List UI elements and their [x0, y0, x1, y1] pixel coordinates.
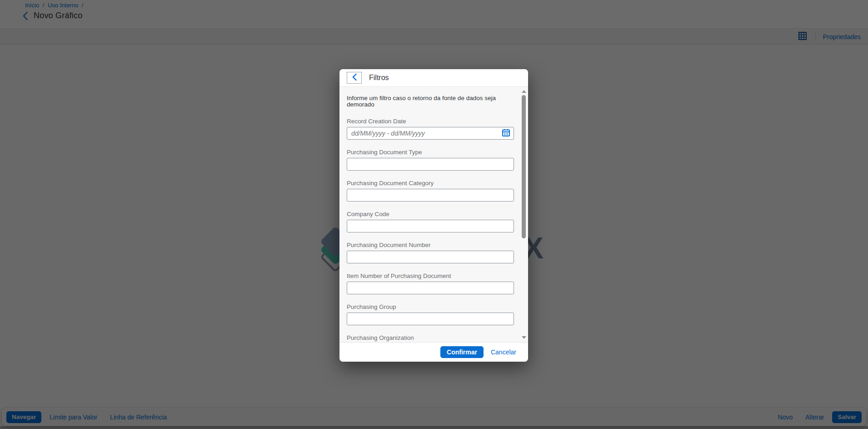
scrollbar-thumb[interactable] — [522, 95, 526, 238]
dialog-body: Informe um filtro caso o retorno da font… — [339, 87, 528, 342]
purchasing-group-input[interactable] — [347, 313, 514, 325]
field-label: Purchasing Organization — [347, 334, 514, 342]
dialog-title: Filtros — [369, 74, 389, 82]
record-creation-date-input[interactable] — [347, 127, 514, 140]
field-label: Purchasing Document Type — [347, 149, 514, 156]
field-item-number: Item Number of Purchasing Document — [347, 273, 514, 294]
dialog-footer: Confirmar Cancelar — [339, 342, 528, 362]
company-code-input[interactable] — [347, 220, 514, 232]
field-company-code: Company Code — [347, 211, 514, 232]
field-label: Record Creation Date — [347, 118, 514, 125]
field-record-creation-date: Record Creation Date — [347, 118, 514, 140]
field-label: Purchasing Document Category — [347, 180, 514, 187]
dialog-header: Filtros — [339, 69, 528, 87]
dialog-scrollbar[interactable] — [521, 88, 527, 341]
scroll-up-icon[interactable] — [522, 90, 526, 93]
filters-dialog: Filtros Informe um filtro caso o retorno… — [339, 69, 528, 362]
date-picker-button[interactable] — [498, 127, 514, 139]
field-label: Item Number of Purchasing Document — [347, 273, 514, 280]
field-purchasing-document-category: Purchasing Document Category — [347, 180, 514, 202]
calendar-icon — [502, 129, 510, 138]
field-label: Company Code — [347, 211, 514, 218]
scroll-down-icon[interactable] — [522, 336, 526, 339]
item-number-input[interactable] — [347, 282, 514, 294]
field-purchasing-document-type: Purchasing Document Type — [347, 149, 514, 171]
screen: Início / Uso Interno / Novo Gráfico — [0, 0, 868, 429]
chevron-left-icon — [352, 74, 357, 82]
purchasing-document-number-input[interactable] — [347, 251, 514, 263]
field-label: Purchasing Group — [347, 303, 514, 311]
dialog-back-button[interactable] — [347, 72, 362, 84]
field-purchasing-document-number: Purchasing Document Number — [347, 242, 514, 263]
cancel-button[interactable]: Cancelar — [491, 348, 516, 356]
dialog-description: Informe um filtro caso o retorno da font… — [347, 95, 504, 108]
purchasing-document-type-input[interactable] — [347, 158, 514, 171]
field-purchasing-organization: Purchasing Organization — [347, 334, 514, 342]
purchasing-document-category-input[interactable] — [347, 189, 514, 202]
field-purchasing-group: Purchasing Group — [347, 303, 514, 325]
field-label: Purchasing Document Number — [347, 242, 514, 249]
confirm-button[interactable]: Confirmar — [440, 346, 484, 358]
